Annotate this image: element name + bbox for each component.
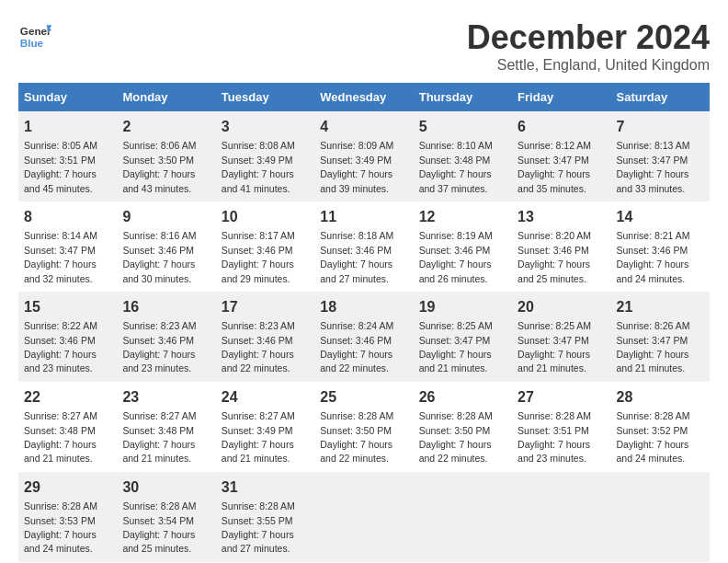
day-number: 25 [320, 387, 407, 408]
day-info: Sunrise: 8:25 AMSunset: 3:47 PMDaylight:… [419, 320, 493, 373]
day-number: 7 [617, 117, 704, 137]
day-info: Sunrise: 8:23 AMSunset: 3:46 PMDaylight:… [222, 320, 295, 373]
day-number: 31 [222, 477, 309, 498]
calendar-cell: 10 Sunrise: 8:17 AMSunset: 3:46 PMDaylig… [216, 201, 314, 292]
day-number: 21 [617, 297, 704, 317]
day-number: 9 [122, 207, 210, 227]
calendar-cell [611, 472, 710, 562]
day-info: Sunrise: 8:28 AMSunset: 3:50 PMDaylight:… [320, 410, 393, 464]
calendar-body: 1 Sunrise: 8:05 AMSunset: 3:51 PMDayligh… [18, 111, 710, 562]
svg-text:General: General [20, 25, 51, 37]
svg-text:Blue: Blue [20, 37, 44, 49]
calendar-cell: 30 Sunrise: 8:28 AMSunset: 3:54 PMDaylig… [117, 472, 215, 562]
day-number: 20 [518, 297, 605, 317]
calendar-cell: 27 Sunrise: 8:28 AMSunset: 3:51 PMDaylig… [512, 382, 610, 472]
day-info: Sunrise: 8:13 AMSunset: 3:47 PMDaylight:… [617, 140, 690, 193]
day-number: 6 [518, 117, 605, 137]
day-number: 28 [617, 387, 704, 408]
calendar-cell: 11 Sunrise: 8:18 AMSunset: 3:46 PMDaylig… [314, 201, 413, 292]
day-info: Sunrise: 8:27 AMSunset: 3:49 PMDaylight:… [222, 410, 295, 464]
day-info: Sunrise: 8:17 AMSunset: 3:46 PMDaylight:… [222, 230, 295, 283]
day-number: 8 [24, 207, 111, 227]
day-info: Sunrise: 8:26 AMSunset: 3:47 PMDaylight:… [617, 320, 690, 373]
day-info: Sunrise: 8:18 AMSunset: 3:46 PMDaylight:… [320, 230, 393, 283]
day-info: Sunrise: 8:06 AMSunset: 3:50 PMDaylight:… [122, 140, 196, 193]
day-number: 11 [320, 207, 407, 227]
day-info: Sunrise: 8:22 AMSunset: 3:46 PMDaylight:… [24, 320, 97, 373]
weekday-header-row: Sunday Monday Tuesday Wednesday Thursday… [18, 83, 710, 111]
day-info: Sunrise: 8:27 AMSunset: 3:48 PMDaylight:… [122, 410, 196, 464]
title-area: December 2024 Settle, England, United Ki… [467, 18, 710, 74]
day-number: 4 [320, 117, 407, 137]
calendar-cell: 17 Sunrise: 8:23 AMSunset: 3:46 PMDaylig… [216, 292, 314, 382]
header-friday: Friday [512, 83, 610, 111]
logo-icon: General Blue [18, 18, 51, 52]
calendar-cell: 2 Sunrise: 8:06 AMSunset: 3:50 PMDayligh… [117, 111, 215, 201]
calendar-cell: 19 Sunrise: 8:25 AMSunset: 3:47 PMDaylig… [414, 292, 512, 382]
day-number: 30 [122, 477, 210, 498]
day-number: 17 [222, 297, 309, 317]
day-number: 22 [24, 387, 111, 408]
day-info: Sunrise: 8:16 AMSunset: 3:46 PMDaylight:… [122, 230, 196, 283]
calendar-cell: 21 Sunrise: 8:26 AMSunset: 3:47 PMDaylig… [611, 292, 710, 382]
calendar-row: 15 Sunrise: 8:22 AMSunset: 3:46 PMDaylig… [18, 292, 710, 382]
calendar-cell: 29 Sunrise: 8:28 AMSunset: 3:53 PMDaylig… [18, 472, 117, 562]
calendar-cell: 13 Sunrise: 8:20 AMSunset: 3:46 PMDaylig… [512, 201, 610, 292]
day-number: 2 [122, 117, 210, 137]
calendar-row: 8 Sunrise: 8:14 AMSunset: 3:47 PMDayligh… [18, 201, 710, 292]
calendar-cell [414, 472, 512, 562]
calendar-row: 29 Sunrise: 8:28 AMSunset: 3:53 PMDaylig… [18, 472, 710, 562]
calendar-cell: 18 Sunrise: 8:24 AMSunset: 3:46 PMDaylig… [314, 292, 413, 382]
calendar-cell: 22 Sunrise: 8:27 AMSunset: 3:48 PMDaylig… [18, 382, 117, 472]
calendar-cell: 25 Sunrise: 8:28 AMSunset: 3:50 PMDaylig… [314, 382, 413, 472]
header-saturday: Saturday [611, 83, 710, 111]
calendar-cell: 20 Sunrise: 8:25 AMSunset: 3:47 PMDaylig… [512, 292, 610, 382]
header-tuesday: Tuesday [216, 83, 314, 111]
day-info: Sunrise: 8:21 AMSunset: 3:46 PMDaylight:… [617, 230, 690, 283]
day-number: 15 [24, 297, 111, 317]
calendar-cell: 3 Sunrise: 8:08 AMSunset: 3:49 PMDayligh… [216, 111, 314, 201]
calendar-cell: 6 Sunrise: 8:12 AMSunset: 3:47 PMDayligh… [512, 111, 610, 201]
day-info: Sunrise: 8:19 AMSunset: 3:46 PMDaylight:… [419, 230, 493, 283]
day-number: 19 [419, 297, 506, 317]
header-thursday: Thursday [414, 83, 512, 111]
day-info: Sunrise: 8:12 AMSunset: 3:47 PMDaylight:… [518, 140, 591, 193]
calendar-cell: 31 Sunrise: 8:28 AMSunset: 3:55 PMDaylig… [216, 472, 314, 562]
calendar-cell: 23 Sunrise: 8:27 AMSunset: 3:48 PMDaylig… [117, 382, 215, 472]
calendar-table: Sunday Monday Tuesday Wednesday Thursday… [18, 83, 710, 562]
day-info: Sunrise: 8:05 AMSunset: 3:51 PMDaylight:… [24, 140, 97, 193]
calendar-row: 22 Sunrise: 8:27 AMSunset: 3:48 PMDaylig… [18, 382, 710, 472]
calendar-title: December 2024 [467, 18, 710, 57]
day-info: Sunrise: 8:28 AMSunset: 3:52 PMDaylight:… [617, 410, 690, 464]
day-info: Sunrise: 8:28 AMSunset: 3:53 PMDaylight:… [24, 500, 97, 554]
day-info: Sunrise: 8:14 AMSunset: 3:47 PMDaylight:… [24, 230, 97, 283]
day-number: 18 [320, 297, 407, 317]
calendar-cell: 4 Sunrise: 8:09 AMSunset: 3:49 PMDayligh… [314, 111, 413, 201]
day-info: Sunrise: 8:28 AMSunset: 3:50 PMDaylight:… [419, 410, 493, 464]
logo: General Blue [18, 18, 51, 52]
day-number: 29 [24, 477, 111, 498]
header-wednesday: Wednesday [314, 83, 413, 111]
day-number: 3 [222, 117, 309, 137]
day-number: 14 [617, 207, 704, 227]
calendar-cell: 5 Sunrise: 8:10 AMSunset: 3:48 PMDayligh… [414, 111, 512, 201]
day-info: Sunrise: 8:24 AMSunset: 3:46 PMDaylight:… [320, 320, 393, 373]
day-number: 10 [222, 207, 309, 227]
calendar-cell: 1 Sunrise: 8:05 AMSunset: 3:51 PMDayligh… [18, 111, 117, 201]
day-info: Sunrise: 8:27 AMSunset: 3:48 PMDaylight:… [24, 410, 97, 464]
day-info: Sunrise: 8:28 AMSunset: 3:55 PMDaylight:… [222, 500, 295, 554]
day-number: 23 [122, 387, 210, 408]
calendar-cell: 9 Sunrise: 8:16 AMSunset: 3:46 PMDayligh… [117, 201, 215, 292]
calendar-cell: 7 Sunrise: 8:13 AMSunset: 3:47 PMDayligh… [611, 111, 710, 201]
day-info: Sunrise: 8:08 AMSunset: 3:49 PMDaylight:… [222, 140, 295, 193]
calendar-cell: 8 Sunrise: 8:14 AMSunset: 3:47 PMDayligh… [18, 201, 117, 292]
day-number: 13 [518, 207, 605, 227]
day-number: 16 [122, 297, 210, 317]
day-number: 5 [419, 117, 506, 137]
day-number: 26 [419, 387, 506, 408]
day-number: 1 [24, 117, 111, 137]
day-number: 24 [222, 387, 309, 408]
day-info: Sunrise: 8:28 AMSunset: 3:51 PMDaylight:… [518, 410, 591, 464]
calendar-cell [314, 472, 413, 562]
calendar-cell: 24 Sunrise: 8:27 AMSunset: 3:49 PMDaylig… [216, 382, 314, 472]
